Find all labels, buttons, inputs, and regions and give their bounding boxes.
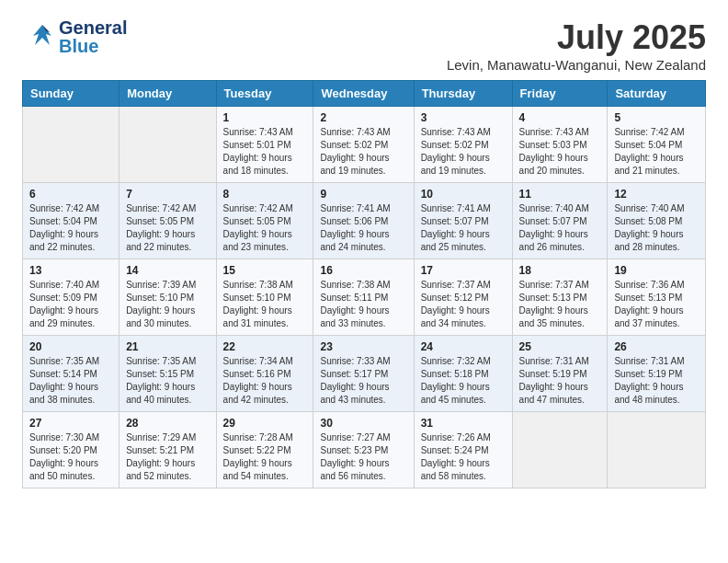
day-detail: Sunrise: 7:43 AM Sunset: 5:02 PM Dayligh… [421,126,506,178]
calendar-cell: 14Sunrise: 7:39 AM Sunset: 5:10 PM Dayli… [119,259,216,336]
calendar-cell: 13Sunrise: 7:40 AM Sunset: 5:09 PM Dayli… [23,259,119,336]
day-number: 16 [320,264,406,277]
calendar-cell: 7Sunrise: 7:42 AM Sunset: 5:05 PM Daylig… [119,183,216,259]
day-detail: Sunrise: 7:35 AM Sunset: 5:15 PM Dayligh… [126,355,209,407]
day-detail: Sunrise: 7:43 AM Sunset: 5:02 PM Dayligh… [320,126,406,178]
day-detail: Sunrise: 7:37 AM Sunset: 5:12 PM Dayligh… [421,279,506,330]
calendar-cell [23,107,119,183]
day-detail: Sunrise: 7:41 AM Sunset: 5:07 PM Dayligh… [421,202,506,254]
month-title: July 2025 [447,18,706,57]
calendar-cell: 31Sunrise: 7:26 AM Sunset: 5:24 PM Dayli… [414,412,512,488]
day-number: 14 [126,264,209,277]
day-number: 29 [223,417,307,430]
day-detail: Sunrise: 7:37 AM Sunset: 5:13 PM Dayligh… [519,279,601,330]
day-number: 20 [29,340,112,353]
day-detail: Sunrise: 7:28 AM Sunset: 5:22 PM Dayligh… [223,431,307,483]
day-detail: Sunrise: 7:31 AM Sunset: 5:19 PM Dayligh… [614,355,699,407]
calendar-cell: 19Sunrise: 7:36 AM Sunset: 5:13 PM Dayli… [608,259,706,336]
calendar-cell: 29Sunrise: 7:28 AM Sunset: 5:22 PM Dayli… [216,412,313,488]
day-number: 7 [126,188,209,201]
calendar-header-friday: Friday [512,81,608,107]
title-area: July 2025 Levin, Manawatu-Wanganui, New … [447,18,706,73]
day-detail: Sunrise: 7:34 AM Sunset: 5:16 PM Dayligh… [223,355,307,407]
day-number: 8 [223,188,307,201]
calendar-cell [608,412,706,488]
day-detail: Sunrise: 7:32 AM Sunset: 5:18 PM Dayligh… [421,355,506,407]
day-detail: Sunrise: 7:40 AM Sunset: 5:08 PM Dayligh… [614,202,699,254]
day-detail: Sunrise: 7:42 AM Sunset: 5:04 PM Dayligh… [614,126,699,178]
day-number: 21 [126,340,209,353]
day-number: 27 [29,417,112,430]
day-number: 24 [421,340,506,353]
logo-blue: Blue [59,37,127,55]
calendar-cell: 24Sunrise: 7:32 AM Sunset: 5:18 PM Dayli… [414,336,512,412]
day-detail: Sunrise: 7:42 AM Sunset: 5:05 PM Dayligh… [223,202,307,254]
day-detail: Sunrise: 7:43 AM Sunset: 5:03 PM Dayligh… [519,126,601,178]
calendar-cell [119,107,216,183]
calendar-cell: 23Sunrise: 7:33 AM Sunset: 5:17 PM Dayli… [313,336,414,412]
calendar-week-row: 6Sunrise: 7:42 AM Sunset: 5:04 PM Daylig… [23,183,706,259]
calendar-cell: 12Sunrise: 7:40 AM Sunset: 5:08 PM Dayli… [608,183,706,259]
day-number: 4 [519,111,601,124]
calendar-cell: 3Sunrise: 7:43 AM Sunset: 5:02 PM Daylig… [414,107,512,183]
calendar-cell: 25Sunrise: 7:31 AM Sunset: 5:19 PM Dayli… [512,336,608,412]
calendar-cell: 26Sunrise: 7:31 AM Sunset: 5:19 PM Dayli… [608,336,706,412]
calendar-header-saturday: Saturday [608,81,706,107]
calendar-cell: 17Sunrise: 7:37 AM Sunset: 5:12 PM Dayli… [414,259,512,336]
calendar-cell: 9Sunrise: 7:41 AM Sunset: 5:06 PM Daylig… [313,183,414,259]
calendar-cell: 22Sunrise: 7:34 AM Sunset: 5:16 PM Dayli… [216,336,313,412]
day-detail: Sunrise: 7:36 AM Sunset: 5:13 PM Dayligh… [614,279,699,330]
day-number: 25 [519,340,601,353]
day-detail: Sunrise: 7:27 AM Sunset: 5:23 PM Dayligh… [320,431,406,483]
day-detail: Sunrise: 7:30 AM Sunset: 5:20 PM Dayligh… [29,431,112,483]
calendar-cell: 18Sunrise: 7:37 AM Sunset: 5:13 PM Dayli… [512,259,608,336]
location-title: Levin, Manawatu-Wanganui, New Zealand [447,57,706,73]
day-number: 19 [614,264,699,277]
calendar-cell: 8Sunrise: 7:42 AM Sunset: 5:05 PM Daylig… [216,183,313,259]
calendar-cell: 21Sunrise: 7:35 AM Sunset: 5:15 PM Dayli… [119,336,216,412]
day-detail: Sunrise: 7:42 AM Sunset: 5:04 PM Dayligh… [29,202,112,254]
calendar-cell: 10Sunrise: 7:41 AM Sunset: 5:07 PM Dayli… [414,183,512,259]
day-detail: Sunrise: 7:26 AM Sunset: 5:24 PM Dayligh… [421,431,506,483]
calendar-week-row: 27Sunrise: 7:30 AM Sunset: 5:20 PM Dayli… [23,412,706,488]
day-detail: Sunrise: 7:38 AM Sunset: 5:11 PM Dayligh… [320,279,406,330]
calendar-cell [512,412,608,488]
day-number: 15 [223,264,307,277]
day-detail: Sunrise: 7:40 AM Sunset: 5:09 PM Dayligh… [29,279,112,330]
day-number: 22 [223,340,307,353]
svg-marker-0 [33,25,51,45]
calendar-cell: 1Sunrise: 7:43 AM Sunset: 5:01 PM Daylig… [216,107,313,183]
page-header: General Blue July 2025 Levin, Manawatu-W… [22,18,706,73]
day-detail: Sunrise: 7:35 AM Sunset: 5:14 PM Dayligh… [29,355,112,407]
logo: General Blue [22,18,127,55]
calendar-cell: 11Sunrise: 7:40 AM Sunset: 5:07 PM Dayli… [512,183,608,259]
day-detail: Sunrise: 7:38 AM Sunset: 5:10 PM Dayligh… [223,279,307,330]
calendar-cell: 2Sunrise: 7:43 AM Sunset: 5:02 PM Daylig… [313,107,414,183]
calendar-cell: 5Sunrise: 7:42 AM Sunset: 5:04 PM Daylig… [608,107,706,183]
day-number: 17 [421,264,506,277]
day-number: 30 [320,417,406,430]
calendar-header-wednesday: Wednesday [313,81,414,107]
day-detail: Sunrise: 7:31 AM Sunset: 5:19 PM Dayligh… [519,355,601,407]
day-number: 3 [421,111,506,124]
day-number: 9 [320,188,406,201]
calendar-week-row: 13Sunrise: 7:40 AM Sunset: 5:09 PM Dayli… [23,259,706,336]
calendar-cell: 27Sunrise: 7:30 AM Sunset: 5:20 PM Dayli… [23,412,119,488]
day-detail: Sunrise: 7:39 AM Sunset: 5:10 PM Dayligh… [126,279,209,330]
calendar-week-row: 1Sunrise: 7:43 AM Sunset: 5:01 PM Daylig… [23,107,706,183]
day-number: 26 [614,340,699,353]
calendar-week-row: 20Sunrise: 7:35 AM Sunset: 5:14 PM Dayli… [23,336,706,412]
calendar-header-sunday: Sunday [23,81,119,107]
day-detail: Sunrise: 7:29 AM Sunset: 5:21 PM Dayligh… [126,431,209,483]
day-number: 12 [614,188,699,201]
calendar-header-row: SundayMondayTuesdayWednesdayThursdayFrid… [23,81,706,107]
calendar-cell: 30Sunrise: 7:27 AM Sunset: 5:23 PM Dayli… [313,412,414,488]
day-detail: Sunrise: 7:43 AM Sunset: 5:01 PM Dayligh… [223,126,307,178]
day-number: 13 [29,264,112,277]
day-number: 31 [421,417,506,430]
day-number: 23 [320,340,406,353]
calendar-cell: 28Sunrise: 7:29 AM Sunset: 5:21 PM Dayli… [119,412,216,488]
day-number: 18 [519,264,601,277]
day-number: 2 [320,111,406,124]
calendar-cell: 20Sunrise: 7:35 AM Sunset: 5:14 PM Dayli… [23,336,119,412]
